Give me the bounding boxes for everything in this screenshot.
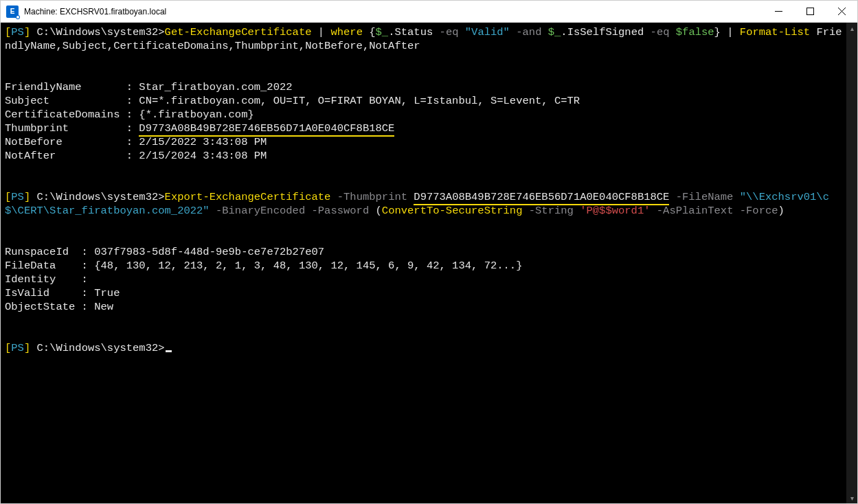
out-subject-value: CN=*.firatboyan.com, OU=IT, O=FIRAT BOYA… — [139, 95, 580, 107]
prompt-bracket: [ — [5, 26, 11, 38]
out-notafter-value: 2/15/2024 3:43:08 PM — [139, 150, 267, 162]
cmd-get-exchangecert: Get-ExchangeCertificate — [165, 26, 312, 38]
out-runspace-value: 037f7983-5d8f-448d-9e9b-ce7e72b27e07 — [94, 246, 324, 258]
param-thumbprint: -Thumbprint — [330, 191, 414, 203]
param-filename: -FileName — [669, 191, 739, 203]
prompt-bracket: ] — [24, 191, 30, 203]
cmd-where: where — [330, 26, 363, 38]
prompt-path: C:\Windows\system32> — [30, 191, 164, 203]
dollar-under: $_ — [548, 26, 561, 38]
op-and: -and — [510, 26, 548, 38]
brace: } — [714, 26, 721, 38]
app-icon: E — [6, 5, 19, 18]
out-subject-label: Subject : — [5, 95, 139, 107]
terminal-content[interactable]: [PS] C:\Windows\system32>Get-ExchangeCer… — [1, 23, 846, 503]
prompt-bracket: [ — [5, 342, 11, 354]
prompt-bracket: ] — [24, 342, 30, 354]
close-icon — [838, 8, 846, 15]
param-password: -Password — [305, 205, 375, 217]
maximize-button[interactable] — [794, 1, 826, 23]
pipe: | — [312, 26, 331, 38]
paren: ) — [778, 205, 784, 217]
titlebar[interactable]: E Machine: EXCHSRV01.firatboyan.local — [1, 1, 857, 23]
op-eq: -eq — [440, 26, 465, 38]
paren: ( — [376, 205, 382, 217]
prompt-ps: PS — [11, 191, 24, 203]
cursor — [166, 350, 172, 352]
out-notafter-label: NotAfter : — [5, 150, 139, 162]
param-string: -String — [522, 205, 580, 217]
scrollbar[interactable]: ▴ ▾ — [846, 23, 857, 503]
out-objstate-value: New — [94, 301, 113, 313]
arg-thumbprint: D9773A08B49B728E746EB56D71A0E040CF8B18CE — [414, 191, 669, 205]
out-isvalid-label: IsValid : — [5, 287, 94, 299]
dollar-false: $false — [676, 26, 714, 38]
param-force: -Force — [733, 205, 778, 217]
out-notbefore-value: 2/15/2022 3:43:08 PM — [139, 136, 267, 148]
close-button[interactable] — [826, 1, 857, 23]
cmd-convertto-secure: ConvertTo-SecureString — [382, 205, 523, 217]
param-binaryencoded: -BinaryEncoded — [210, 205, 306, 217]
str-valid: "Valid" — [465, 26, 510, 38]
dot-iss: .IsSelfSigned — [561, 26, 650, 38]
prompt-ps: PS — [11, 26, 24, 38]
window-controls — [763, 1, 857, 23]
maximize-icon — [806, 8, 814, 15]
out-domains-label: CertificateDomains : — [5, 108, 139, 121]
prompt-path: C:\Windows\system32> — [30, 26, 164, 38]
dot-status: .Status — [388, 26, 439, 38]
out-domains-value: {*.firatboyan.com} — [139, 108, 253, 121]
scroll-up-icon[interactable]: ▴ — [846, 23, 857, 34]
out-friendly-label: FriendlyName : — [5, 81, 139, 93]
prompt-ps: PS — [11, 342, 24, 354]
pipe: | — [721, 26, 740, 38]
out-isvalid-value: True — [94, 287, 120, 299]
cmd-export-exchangecert: Export-ExchangeCertificate — [165, 191, 331, 203]
out-objstate-label: ObjectState : — [5, 301, 94, 313]
param-asplaintext: -AsPlainText — [651, 205, 734, 217]
out-runspace-label: RunspaceId : — [5, 246, 94, 258]
scroll-down-icon[interactable]: ▾ — [846, 492, 857, 503]
out-thumb-value: D9773A08B49B728E746EB56D71A0E040CF8B18CE — [139, 122, 394, 137]
terminal-area: [PS] C:\Windows\system32>Get-ExchangeCer… — [1, 23, 857, 503]
prompt-bracket: ] — [24, 26, 30, 38]
minimize-icon — [775, 8, 782, 15]
dollar-under: $_ — [376, 26, 389, 38]
app-window: E Machine: EXCHSRV01.firatboyan.local [P… — [0, 0, 858, 504]
prompt-path: C:\Windows\system32> — [30, 342, 164, 354]
out-filedata-value: {48, 130, 12, 213, 2, 1, 3, 48, 130, 12,… — [94, 260, 522, 272]
op-eq: -eq — [651, 26, 676, 38]
out-filedata-label: FileData : — [5, 260, 94, 272]
svg-rect-1 — [806, 8, 813, 15]
prompt-bracket: [ — [5, 191, 11, 203]
out-thumb-label: Thumbprint : — [5, 122, 139, 135]
cmd-format-list: Format-List — [740, 26, 810, 38]
out-identity-label: Identity : — [5, 273, 88, 286]
window-title: Machine: EXCHSRV01.firatboyan.local — [24, 7, 166, 16]
out-friendly-value: Star_firatboyan.com_2022 — [139, 81, 292, 93]
arg-password: 'P@$$word1' — [580, 205, 650, 217]
out-notbefore-label: NotBefore : — [5, 136, 139, 148]
brace: { — [363, 26, 376, 38]
minimize-button[interactable] — [763, 1, 794, 23]
